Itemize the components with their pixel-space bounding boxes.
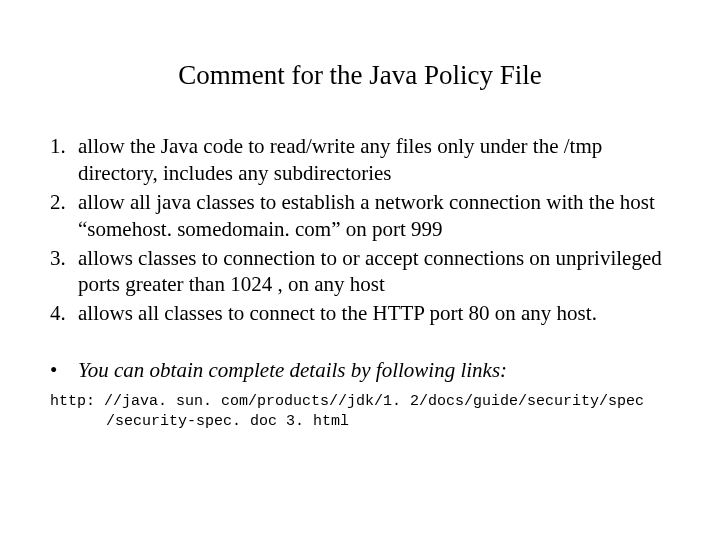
slide-title: Comment for the Java Policy File — [50, 60, 670, 91]
item-text: allows all classes to connect to the HTT… — [78, 300, 670, 327]
url-line: http: //java. sun. com/products//jdk/1. … — [50, 392, 670, 412]
item-number: 4. — [50, 300, 78, 327]
url-line: /security-spec. doc 3. html — [50, 412, 670, 432]
bullet-list: • You can obtain complete details by fol… — [50, 357, 670, 384]
bullet-item: • You can obtain complete details by fol… — [50, 357, 670, 384]
list-item: 4. allows all classes to connect to the … — [50, 300, 670, 327]
item-text: allow all java classes to establish a ne… — [78, 189, 670, 243]
item-number: 3. — [50, 245, 78, 299]
list-item: 3. allows classes to connection to or ac… — [50, 245, 670, 299]
item-text: allows classes to connection to or accep… — [78, 245, 670, 299]
bullet-text: You can obtain complete details by follo… — [78, 357, 670, 384]
url-block: http: //java. sun. com/products//jdk/1. … — [50, 392, 670, 431]
numbered-list: 1. allow the Java code to read/write any… — [50, 133, 670, 327]
list-item: 2. allow all java classes to establish a… — [50, 189, 670, 243]
item-text: allow the Java code to read/write any fi… — [78, 133, 670, 187]
bullet-marker: • — [50, 357, 78, 384]
item-number: 1. — [50, 133, 78, 187]
item-number: 2. — [50, 189, 78, 243]
list-item: 1. allow the Java code to read/write any… — [50, 133, 670, 187]
